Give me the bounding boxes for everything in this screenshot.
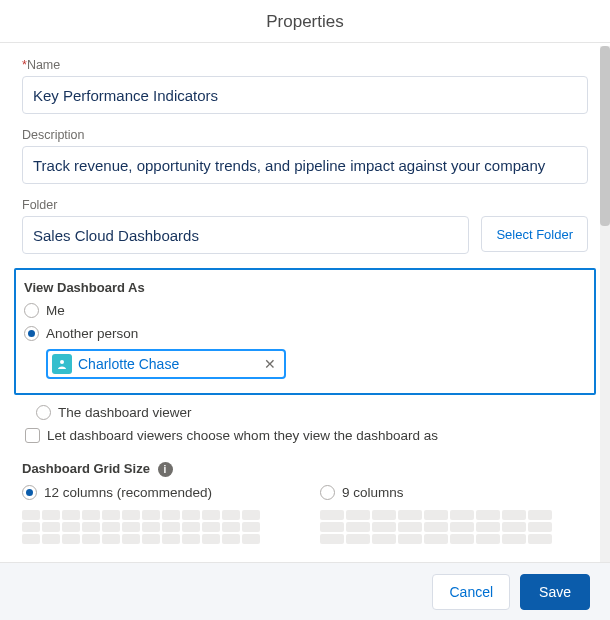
description-label: Description — [22, 128, 588, 142]
dialog-body: *Name Description Folder Select Folder V… — [0, 46, 610, 562]
checkbox-label: Let dashboard viewers choose whom they v… — [47, 428, 438, 443]
name-field: *Name — [22, 58, 588, 114]
person-name: Charlotte Chase — [78, 356, 256, 372]
grid-size-section: Dashboard Grid Size i 12 columns (recomm… — [22, 461, 588, 544]
view-as-highlight: View Dashboard As Me Another person Char… — [14, 268, 596, 395]
radio-label: 9 columns — [342, 485, 404, 500]
info-icon[interactable]: i — [158, 462, 173, 477]
radio-label: Another person — [46, 326, 138, 341]
view-as-me[interactable]: Me — [24, 303, 586, 318]
dialog-title: Properties — [0, 0, 610, 42]
grid-size-label: Dashboard Grid Size i — [22, 461, 588, 477]
divider — [0, 42, 610, 43]
svg-point-0 — [60, 360, 64, 364]
description-field: Description — [22, 128, 588, 184]
grid-12-preview — [22, 510, 260, 544]
grid-12-option[interactable]: 12 columns (recommended) — [22, 485, 260, 544]
radio-label: Me — [46, 303, 65, 318]
grid-9-option[interactable]: 9 columns — [320, 485, 552, 544]
person-pill[interactable]: Charlotte Chase ✕ — [46, 349, 286, 379]
radio-icon — [36, 405, 51, 420]
cancel-button[interactable]: Cancel — [432, 574, 510, 610]
radio-icon — [24, 326, 39, 341]
radio-label: The dashboard viewer — [58, 405, 192, 420]
save-button[interactable]: Save — [520, 574, 590, 610]
let-viewers-choose[interactable]: Let dashboard viewers choose whom they v… — [25, 428, 588, 443]
folder-input[interactable] — [22, 216, 469, 254]
view-as-another[interactable]: Another person — [24, 326, 586, 341]
radio-icon — [22, 485, 37, 500]
name-label: *Name — [22, 58, 588, 72]
checkbox-icon — [25, 428, 40, 443]
person-icon — [52, 354, 72, 374]
folder-label: Folder — [22, 198, 588, 212]
folder-field: Folder Select Folder — [22, 198, 588, 254]
description-input[interactable] — [22, 146, 588, 184]
grid-12-radio[interactable]: 12 columns (recommended) — [22, 485, 260, 500]
grid-9-radio[interactable]: 9 columns — [320, 485, 552, 500]
remove-person-icon[interactable]: ✕ — [262, 356, 278, 372]
view-as-viewer[interactable]: The dashboard viewer — [36, 405, 588, 420]
radio-icon — [320, 485, 335, 500]
select-folder-button[interactable]: Select Folder — [481, 216, 588, 252]
dialog-footer: Cancel Save — [0, 562, 610, 620]
radio-icon — [24, 303, 39, 318]
name-input[interactable] — [22, 76, 588, 114]
view-as-label: View Dashboard As — [24, 280, 586, 295]
radio-label: 12 columns (recommended) — [44, 485, 212, 500]
grid-9-preview — [320, 510, 552, 544]
